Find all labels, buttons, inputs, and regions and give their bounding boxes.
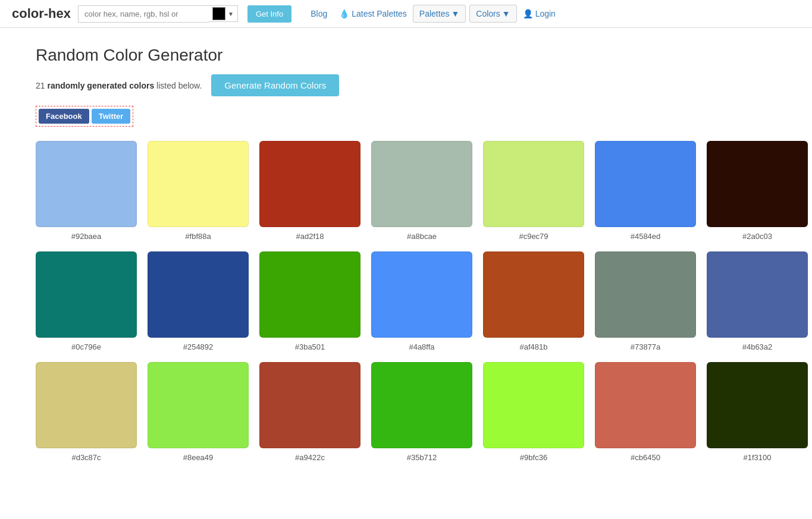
- blog-link[interactable]: Blog: [305, 5, 333, 22]
- color-swatch-box: [259, 362, 360, 448]
- color-label: #ad2f18: [296, 232, 324, 241]
- header: color-hex ▼ Get Info Blog 💧 Latest Palet…: [0, 0, 812, 28]
- color-label: #af481b: [520, 342, 548, 351]
- color-preview-wrapper[interactable]: ▼: [209, 5, 238, 22]
- color-label: #2a0c03: [742, 232, 772, 241]
- facebook-button[interactable]: Facebook: [39, 109, 89, 124]
- search-input[interactable]: [78, 5, 209, 23]
- color-swatch-box: [483, 251, 584, 338]
- generate-random-colors-button[interactable]: Generate Random Colors: [211, 74, 339, 96]
- login-link[interactable]: 👤 Login: [521, 5, 558, 22]
- color-label: #1f3100: [744, 453, 772, 462]
- color-item[interactable]: #73877a: [595, 251, 696, 351]
- color-item[interactable]: #a8bcae: [371, 141, 472, 241]
- user-icon: 👤: [523, 9, 533, 18]
- color-swatch-box: [707, 362, 808, 448]
- color-label: #4b63a2: [742, 342, 773, 351]
- color-item[interactable]: #1f3100: [707, 362, 808, 462]
- main-content: Random Color Generator 21 randomly gener…: [0, 28, 812, 480]
- color-swatch-box: [36, 362, 137, 448]
- color-label: #0c796e: [71, 342, 101, 351]
- color-label: #254892: [183, 342, 214, 351]
- color-item[interactable]: #d3c87c: [36, 362, 137, 462]
- color-item[interactable]: #4584ed: [595, 141, 696, 241]
- color-item[interactable]: #a9422c: [259, 362, 360, 462]
- color-swatch-box: [36, 251, 137, 338]
- palettes-dropdown[interactable]: Palettes ▼: [413, 5, 466, 23]
- color-label: #fbf88a: [185, 232, 211, 241]
- color-swatch-box: [148, 141, 249, 227]
- color-item[interactable]: #92baea: [36, 141, 137, 241]
- logo[interactable]: color-hex: [12, 6, 71, 21]
- color-label: #92baea: [71, 232, 102, 241]
- color-swatch-box: [259, 141, 360, 227]
- color-swatch-box: [371, 141, 472, 227]
- color-swatch-box: [148, 362, 249, 448]
- color-label: #d3c87c: [71, 453, 101, 462]
- subtitle-text: 21 randomly generated colors listed belo…: [36, 81, 202, 90]
- color-label: #a8bcae: [407, 232, 437, 241]
- color-label: #4a8ffa: [409, 342, 434, 351]
- color-label: #8eea49: [183, 453, 214, 462]
- color-item[interactable]: #ad2f18: [259, 141, 360, 241]
- color-grid: #92baea#fbf88a#ad2f18#a8bcae#c9ec79#4584…: [36, 141, 776, 462]
- page-title: Random Color Generator: [36, 46, 776, 65]
- color-swatch: [212, 7, 225, 20]
- nav-links: Blog 💧 Latest Palettes Palettes ▼ Colors…: [305, 5, 558, 23]
- social-buttons-row: Facebook Twitter: [36, 106, 133, 127]
- color-label: #c9ec79: [519, 232, 548, 241]
- color-swatch-box: [259, 251, 360, 338]
- chevron-down-icon: ▼: [228, 11, 234, 17]
- color-item[interactable]: #35b712: [371, 362, 472, 462]
- color-item[interactable]: #254892: [148, 251, 249, 351]
- search-form: ▼: [78, 5, 238, 23]
- color-label: #a9422c: [295, 453, 325, 462]
- color-swatch-box: [595, 251, 696, 338]
- color-swatch-box: [483, 141, 584, 227]
- color-item[interactable]: #4b63a2: [707, 251, 808, 351]
- color-item[interactable]: #4a8ffa: [371, 251, 472, 351]
- color-item[interactable]: #9bfc36: [483, 362, 584, 462]
- droplet-icon: 💧: [339, 9, 349, 18]
- color-item[interactable]: #cb6450: [595, 362, 696, 462]
- color-item[interactable]: #8eea49: [148, 362, 249, 462]
- color-label: #4584ed: [631, 232, 661, 241]
- color-item[interactable]: #af481b: [483, 251, 584, 351]
- color-swatch-box: [595, 141, 696, 227]
- twitter-button[interactable]: Twitter: [92, 109, 131, 124]
- color-swatch-box: [371, 362, 472, 448]
- color-item[interactable]: #fbf88a: [148, 141, 249, 241]
- color-label: #35b712: [407, 453, 437, 462]
- color-swatch-box: [36, 141, 137, 227]
- color-swatch-box: [483, 362, 584, 448]
- color-item[interactable]: #3ba501: [259, 251, 360, 351]
- color-label: #3ba501: [295, 342, 325, 351]
- colors-dropdown[interactable]: Colors ▼: [469, 5, 516, 23]
- latest-palettes-link[interactable]: 💧 Latest Palettes: [337, 5, 409, 22]
- colors-dropdown-arrow: ▼: [502, 9, 510, 18]
- color-swatch-box: [707, 251, 808, 338]
- palettes-dropdown-arrow: ▼: [451, 9, 459, 18]
- color-item[interactable]: #0c796e: [36, 251, 137, 351]
- color-item[interactable]: #c9ec79: [483, 141, 584, 241]
- color-item[interactable]: #2a0c03: [707, 141, 808, 241]
- get-info-button[interactable]: Get Info: [247, 5, 291, 23]
- color-swatch-box: [707, 141, 808, 227]
- color-swatch-box: [595, 362, 696, 448]
- color-label: #cb6450: [631, 453, 660, 462]
- color-label: #9bfc36: [520, 453, 547, 462]
- subtitle-row: 21 randomly generated colors listed belo…: [36, 74, 776, 96]
- color-swatch-box: [148, 251, 249, 338]
- color-label: #73877a: [631, 342, 661, 351]
- color-swatch-box: [371, 251, 472, 338]
